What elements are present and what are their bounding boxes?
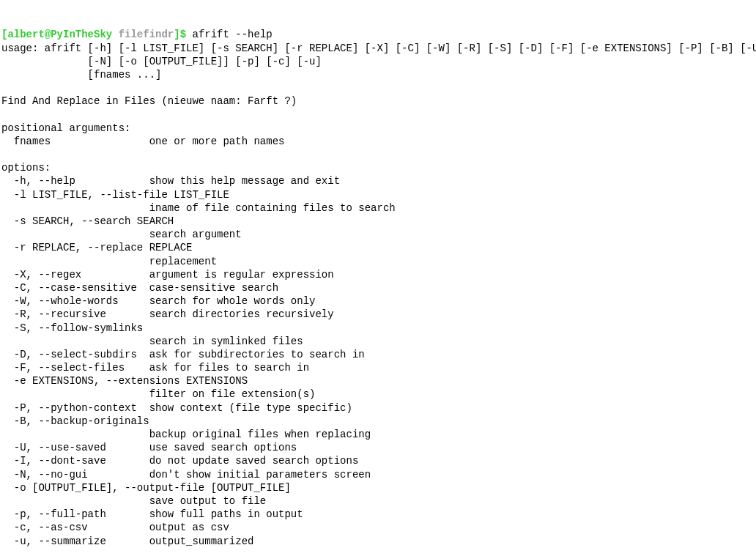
- option-summarize: -u, --summarize output_summarized: [1, 535, 253, 547]
- option-files: -F, --select-files ask for files to sear…: [1, 362, 309, 374]
- option-list-file: -l LIST_FILE, --list-file LIST_FILE: [1, 189, 229, 201]
- option-search-desc: search argument: [1, 229, 242, 240]
- option-whole: -W, --whole-words search for whole words…: [1, 295, 315, 307]
- option-csv: -c, --as-csv output as csv: [1, 522, 229, 533]
- option-list-file-desc: iname of file containing files to search: [1, 202, 396, 214]
- option-replace-desc: replacement: [1, 256, 217, 267]
- option-help: -h, --help show this help message and ex…: [1, 175, 340, 187]
- prompt-close-bracket: ]: [174, 29, 179, 40]
- description-text: Find And Replace in Files (nieuwe naam: …: [1, 95, 297, 107]
- option-ext: -e EXTENSIONS, --extensions EXTENSIONS: [1, 375, 248, 387]
- option-dont-save: -I, --dont-save do not update saved sear…: [1, 455, 358, 467]
- option-nogui: -N, --no-gui don't show initial paramete…: [1, 469, 371, 481]
- option-symlinks-desc: search in symlinked files: [1, 336, 303, 347]
- option-case: -C, --case-sensitive case-sensitive sear…: [1, 282, 278, 294]
- usage-line-2: [-N] [-o [OUTPUT_FILE]] [-p] [-c] [-u]: [1, 56, 322, 67]
- option-replace: -r REPLACE, --replace REPLACE: [1, 242, 192, 253]
- option-fullpath: -p, --full-path show full paths in outpu…: [1, 508, 303, 520]
- command-text: afrift --help: [186, 29, 273, 40]
- option-recursive: -R, --recursive search directories recur…: [1, 308, 334, 320]
- positional-header: positional arguments:: [1, 122, 130, 134]
- option-output-desc: save output to file: [1, 495, 266, 507]
- option-backup-desc: backup original files when replacing: [1, 429, 371, 440]
- option-use-saved: -U, --use-saved use saved search options: [1, 442, 297, 453]
- usage-line-1: usage: afrift [-h] [-l LIST_FILE] [-s SE…: [1, 42, 756, 54]
- usage-line-3: [fnames ...]: [1, 69, 161, 81]
- option-search: -s SEARCH, --search SEARCH: [1, 215, 174, 227]
- prompt-dollar: $: [180, 29, 186, 40]
- prompt-line: [albert@PyInTheSky filefindr]$ afrift --…: [1, 29, 273, 40]
- option-symlinks: -S, --follow-symlinks: [1, 322, 143, 334]
- option-python: -P, --python-context show context (file …: [1, 402, 352, 414]
- prompt-path: filefindr: [119, 29, 174, 40]
- option-backup: -B, --backup-originals: [1, 415, 149, 427]
- positional-fnames: fnames one or more path names: [1, 136, 284, 147]
- options-header: options:: [1, 162, 51, 174]
- prompt-userhost: albert@PyInTheSky: [7, 29, 112, 40]
- option-output: -o [OUTPUT_FILE], --output-file [OUTPUT_…: [1, 482, 291, 494]
- option-ext-desc: filter on file extension(s): [1, 388, 315, 400]
- terminal-output[interactable]: [albert@PyInTheSky filefindr]$ afrift --…: [1, 28, 755, 556]
- option-subdirs: -D, --select-subdirs ask for subdirector…: [1, 349, 365, 360]
- option-regex: -X, --regex argument is regular expressi…: [1, 269, 334, 281]
